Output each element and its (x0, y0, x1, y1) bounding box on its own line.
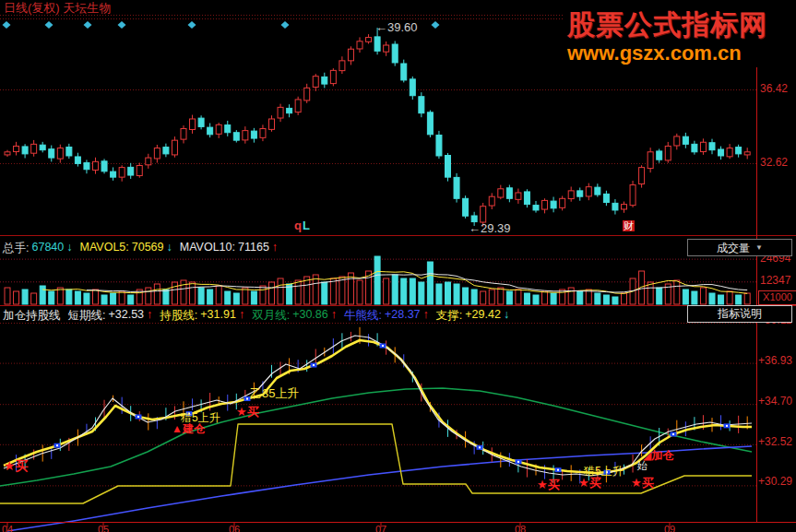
indicator-header: 加仓持股线 短期线: +32.53 ↑ 持股线: +31.91 ↑ 双月线: +… (3, 308, 509, 324)
volume-type-selector[interactable]: 成交量 ▼ (687, 239, 792, 256)
buy-signal: ★买 (4, 459, 29, 473)
reading-label: 持股线: (160, 308, 197, 324)
month-axis-label: 09 (664, 524, 675, 532)
watermark-site-name: 股票公式指标网 (567, 6, 796, 44)
indicator-axis-label: +32.52 (758, 436, 792, 448)
volume-reading-total: 总手: 67840 ↓ (3, 241, 73, 256)
indicator-ticks (7, 327, 747, 484)
reading-label: 双月线: (252, 308, 290, 324)
reading-label: 支撑: (436, 308, 462, 324)
trend-label: 乙35上升 (250, 387, 299, 400)
indicator-reading-hold: 持股线: +31.91 ↑ (160, 308, 244, 324)
volume-series (5, 256, 750, 304)
selector-label: 成交量 (717, 241, 750, 255)
arrow-icon: ↑ (147, 308, 152, 324)
month-line (0, 388, 752, 486)
volume-reading-mavol5: MAVOL5: 70569 ↓ (80, 241, 172, 256)
indicator-reading-bullbear: 牛熊线: +28.37 ↑ (344, 308, 429, 324)
arrow-icon: ↑ (272, 241, 278, 256)
cai-marker: 财 (623, 220, 635, 231)
arrow-icon: ↓ (504, 308, 509, 324)
reading-label: MAVOL5: (80, 241, 129, 256)
reading-value: +30.86 (292, 308, 328, 324)
month-axis-label: 04 (2, 524, 13, 532)
signal-letter-q: q (294, 219, 302, 232)
price-axis-label: 36.42 (760, 83, 788, 95)
stock-chart-app: { "colors":{"up":"#e83a3a","down":"#45de… (0, 0, 796, 532)
page-title: 日线(复权) 天坛生物 (4, 2, 111, 15)
indicator-help-button[interactable]: 指标说明 (687, 305, 792, 323)
buy-signal: ★买 (236, 406, 259, 419)
volume-axis-label: 12347 (760, 275, 790, 287)
volume-header: 总手: 67840 ↓ MAVOL5: 70569 ↓ MAVOL10: 711… (3, 241, 278, 256)
watermark-url[interactable]: www.gszx.com.cn (567, 41, 796, 65)
reading-value: 71165 (238, 241, 269, 256)
chevron-down-icon: ▼ (755, 241, 763, 255)
signal-letter-l: L (303, 219, 310, 232)
reading-value: +31.91 (200, 308, 236, 324)
reading-value: +28.37 (385, 308, 421, 324)
reading-value: +32.53 (108, 308, 144, 324)
indicator-axis-label: +30.29 (758, 476, 792, 488)
month-axis-label: 06 (229, 524, 240, 532)
indicator-axis-label: +34.70 (758, 396, 792, 408)
arrow-icon: ↓ (167, 241, 172, 256)
buy-signal: ★买 (631, 477, 654, 490)
month-axis-label: 07 (375, 524, 386, 532)
indicator-reading-support: 支撑: +29.42 ↓ (436, 308, 509, 324)
chart-canvas[interactable] (0, 0, 796, 532)
high-price-callout: ←39.60 (375, 21, 418, 34)
month-axis-label: 05 (98, 524, 109, 532)
watermark: 股票公式指标网 www.gszx.com.cn (564, 5, 796, 67)
indicator-title: 加仓持股线 (3, 308, 61, 324)
arrow-icon: ↑ (331, 308, 337, 324)
reading-label: 短期线: (68, 308, 106, 324)
arrow-icon: ↑ (239, 308, 244, 324)
volume-reading-mavol10: MAVOL10: 71165 ↑ (180, 241, 278, 256)
volume-unit-label: X1000 (758, 290, 796, 305)
start-marker: 始 (637, 460, 647, 471)
reading-label: MAVOL10: (180, 241, 235, 256)
indicator-reading-bimonth: 双月线: +30.86 ↑ (252, 308, 337, 324)
indicator-axis-label: +36.93 (758, 355, 792, 367)
arrow-icon: ↑ (423, 308, 429, 324)
open-position-label: ▲建仓 (172, 423, 205, 435)
diamond-markers (3, 21, 440, 29)
price-axis-label: 32.62 (760, 157, 788, 169)
reading-value: +29.42 (465, 308, 501, 324)
reading-label: 牛熊线: (344, 308, 382, 324)
reading-label: 总手: (3, 241, 29, 256)
reading-value: 67840 (31, 241, 64, 256)
buy-signal: ★买 (537, 479, 560, 491)
reading-value: 70569 (132, 241, 164, 256)
month-axis-label: 08 (515, 524, 526, 532)
arrow-icon: ↓ (66, 241, 72, 256)
buy-signal: ★买 (578, 477, 601, 490)
low-price-callout: ←29.39 (469, 222, 511, 235)
indicator-reading-short: 短期线: +32.53 ↑ (68, 308, 153, 324)
